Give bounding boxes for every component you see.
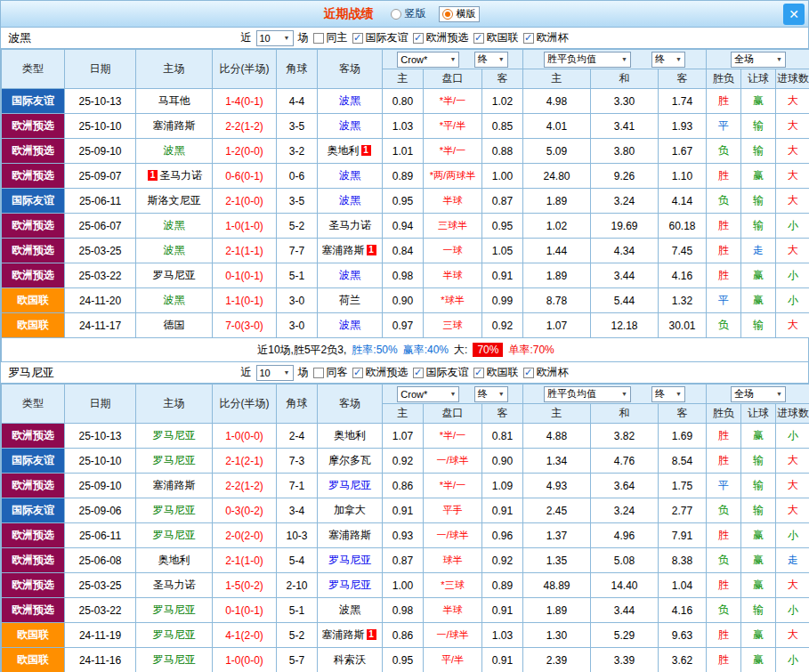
same-venue-checkbox[interactable]: 同客 xyxy=(313,365,348,380)
match-score: 0-1(0-1) xyxy=(213,598,277,623)
team-name: 斯洛文尼亚 xyxy=(148,194,201,206)
euro-odds-home: 1.02 xyxy=(523,214,591,239)
euro-stage-select[interactable]: 终 ▼ xyxy=(651,52,685,68)
league-checkbox-label: 欧洲预选 xyxy=(426,30,469,45)
radio-horizontal-layout[interactable]: 横版 xyxy=(439,6,480,22)
col-header-away: 客场 xyxy=(318,385,383,424)
match-score: 1-0(0-0) xyxy=(213,648,277,672)
home-team: 罗马尼亚 xyxy=(136,449,213,474)
col-header-home: 主场 xyxy=(136,50,213,89)
league-type: 欧国联 xyxy=(2,313,65,338)
chevron-down-icon: ▼ xyxy=(621,391,627,397)
euro-odds-away: 3.62 xyxy=(659,648,707,672)
col-header-type: 类型 xyxy=(2,50,65,89)
result-handicap: 输 xyxy=(741,189,776,214)
league-checkbox-nations[interactable]: ✓ 欧国联 xyxy=(473,365,519,380)
scope-select[interactable]: 全场 ▼ xyxy=(731,386,786,402)
asian-odds-away: 0.99 xyxy=(482,288,523,313)
result-handicap: 赢 xyxy=(741,424,776,449)
match-score: 1-4(0-1) xyxy=(213,89,277,114)
asian-stage-select[interactable]: 终 ▼ xyxy=(474,52,508,68)
euro-odds-draw: 3.44 xyxy=(591,263,659,288)
euro-stage-select[interactable]: 终 ▼ xyxy=(651,386,685,402)
team-name: 罗马尼亚 xyxy=(328,554,371,566)
red-card-badge: 1 xyxy=(367,629,376,640)
league-type: 欧洲预选 xyxy=(2,164,65,189)
radio-vertical-layout[interactable]: 竖版 xyxy=(391,6,426,21)
euro-avg-select[interactable]: 胜平负均值 ▼ xyxy=(544,52,631,68)
home-team: 波黑 xyxy=(136,288,213,313)
home-team: 罗马尼亚 xyxy=(136,263,213,288)
asian-odds-away: 0.89 xyxy=(482,573,523,598)
league-type: 国际友谊 xyxy=(2,189,65,214)
league-checkbox-label: 欧洲杯 xyxy=(537,30,569,45)
euro-odds-home: 1.44 xyxy=(523,239,591,263)
league-checkbox-nations[interactable]: ✓ 欧国联 xyxy=(473,30,519,45)
handicap-line: 一/球半 xyxy=(424,449,482,474)
away-team: 奥地利 xyxy=(318,424,383,449)
result-handicap: 输 xyxy=(741,449,776,474)
col-header-wdl: 胜负 xyxy=(707,404,741,424)
radio-unselected-icon xyxy=(391,9,401,20)
filter-controls: 近 10 ▼ 场 同主 ✓ 国际友谊 ✓ 欧洲预选 ✓ 欧国联 xyxy=(1,30,808,46)
result-handicap: 输 xyxy=(741,214,776,239)
euro-odds-home: 8.78 xyxy=(523,288,591,313)
bookmaker-select[interactable]: Crow* ▼ xyxy=(397,52,459,68)
recent-count-select[interactable]: 10 ▼ xyxy=(256,365,294,381)
summary-row: 近10场,胜5平2负3,胜率:50%赢率:40%大:70%单率:70% xyxy=(2,338,809,362)
close-button[interactable]: ✕ xyxy=(783,4,805,25)
league-checkbox-eurocup[interactable]: ✓ 欧洲杯 xyxy=(523,365,569,380)
same-venue-checkbox[interactable]: 同主 xyxy=(313,30,348,45)
league-checkbox-friendly[interactable]: ✓ 国际友谊 xyxy=(413,365,469,380)
col-header-euro-home: 主 xyxy=(523,404,591,424)
euro-avg-value: 胜平负均值 xyxy=(547,53,596,66)
match-row: 欧洲预选25-06-11罗马尼亚2-0(2-0)10-3塞浦路斯0.93一/球半… xyxy=(2,523,809,548)
league-checkbox-friendly[interactable]: ✓ 国际友谊 xyxy=(352,30,409,45)
result-wdl: 平 xyxy=(707,288,741,313)
euro-odds-away: 7.91 xyxy=(659,523,707,548)
league-checkbox-euro-qual[interactable]: ✓ 欧洲预选 xyxy=(352,365,409,380)
recent-label: 近 xyxy=(241,365,252,380)
euro-avg-select[interactable]: 胜平负均值 ▼ xyxy=(544,386,631,402)
titlebar: 近期战绩 竖版 横版 ✕ xyxy=(1,1,808,28)
handicap-line: 球半 xyxy=(424,548,482,573)
league-type: 欧洲预选 xyxy=(2,139,65,164)
euro-odds-home: 1.89 xyxy=(523,189,591,214)
asian-odds-home: 1.00 xyxy=(383,573,424,598)
away-team: 奥地利1 xyxy=(318,139,383,164)
checkbox-checked-icon: ✓ xyxy=(473,368,484,378)
corners: 3-0 xyxy=(277,288,318,313)
euro-odds-home: 1.89 xyxy=(523,598,591,623)
euro-odds-home: 5.09 xyxy=(523,139,591,164)
team-name: 德国 xyxy=(164,319,185,331)
euro-odds-draw: 4.34 xyxy=(591,239,659,263)
league-type: 欧洲预选 xyxy=(2,598,65,623)
euro-odds-away: 4.14 xyxy=(659,189,707,214)
col-header-home: 主场 xyxy=(136,385,213,424)
team-name: 波黑 xyxy=(339,319,360,331)
chevron-down-icon: ▼ xyxy=(621,56,627,62)
col-header-letgoal: 让球 xyxy=(741,404,776,424)
bosnia-filter-bar: 波黑 近 10 ▼ 场 同主 ✓ 国际友谊 ✓ 欧洲预选 ✓ 欧国联 xyxy=(1,28,808,49)
result-handicap: 赢 xyxy=(741,573,776,598)
recent-count-select[interactable]: 10 ▼ xyxy=(256,30,294,46)
bookmaker-value: Crow* xyxy=(400,389,427,400)
league-checkbox-eurocup[interactable]: ✓ 欧洲杯 xyxy=(523,30,569,45)
handicap-line: *两/两球半 xyxy=(424,164,482,189)
result-goals: 大 xyxy=(776,189,809,214)
away-team: 圣马力诺 xyxy=(318,214,383,239)
match-row: 国际友谊25-10-10罗马尼亚2-1(2-1)7-3摩尔多瓦0.92一/球半0… xyxy=(2,449,809,474)
league-checkbox-euro-qual[interactable]: ✓ 欧洲预选 xyxy=(413,30,469,45)
col-header-letgoal: 让球 xyxy=(741,69,776,89)
result-goals: 大 xyxy=(776,449,809,474)
asian-odds-away: 1.05 xyxy=(482,239,523,263)
summary-win-rate: 胜率:50% xyxy=(352,344,397,356)
scope-select[interactable]: 全场 ▼ xyxy=(731,52,786,68)
red-card-badge: 1 xyxy=(361,145,371,156)
bookmaker-select[interactable]: Crow* ▼ xyxy=(397,386,459,402)
header-group-row: 类型 日期 主场 比分(半场) 角球 客场 Crow* ▼ 终 ▼ xyxy=(2,385,809,404)
asian-odds-home: 0.94 xyxy=(383,214,424,239)
checkbox-unchecked-icon xyxy=(313,368,324,378)
asian-stage-select[interactable]: 终 ▼ xyxy=(474,386,508,402)
match-score: 4-1(2-0) xyxy=(213,623,277,648)
